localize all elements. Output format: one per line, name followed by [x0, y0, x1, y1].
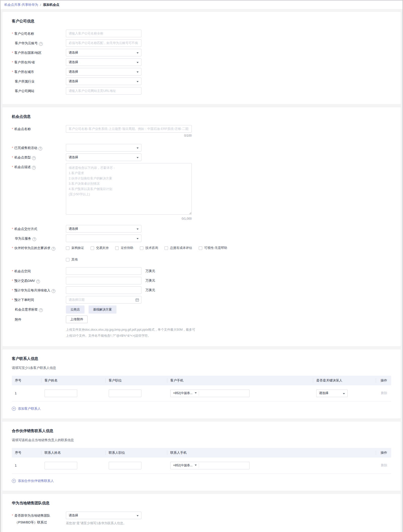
company-website-input[interactable]: [66, 87, 141, 95]
required-star: *: [12, 514, 13, 517]
help-icon[interactable]: [38, 147, 42, 150]
partner-contacts-title: 合作伙伴销售联系人信息: [12, 429, 391, 433]
company-state-select[interactable]: 请选择: [66, 58, 141, 66]
partner-contacts-card: 合作伙伴销售联系人信息 请填写该机会点当地销售负责人的联系信息 序号 联系人姓名…: [2, 421, 401, 491]
company-account-input[interactable]: [66, 39, 141, 47]
opportunity-type-select[interactable]: 请选择: [66, 154, 141, 161]
mrr-unit: 万美元: [145, 286, 155, 294]
customer-contacts-card: 客户联系人信息 请填写至少1条客户联系人信息 序号 客户姓名 客户职位 客户手机…: [2, 349, 401, 419]
partner-name-input[interactable]: [45, 462, 77, 469]
attachment-label: 附件: [15, 318, 21, 321]
checkbox-icon[interactable]: [91, 246, 94, 250]
checkbox-option[interactable]: 技术咨询: [140, 246, 158, 250]
delete-row-link[interactable]: 删除: [381, 464, 387, 467]
tag-cloud-store[interactable]: 云商店: [66, 306, 85, 314]
opportunity-desc-row: *机会点描述 0/1,000: [12, 163, 391, 220]
checkbox-icon[interactable]: [66, 258, 69, 261]
table-row: 1 +852(中国香... 请选择 删除: [12, 385, 391, 401]
add-partner-contact-link[interactable]: 添加合作伙伴销售联系人: [12, 479, 54, 483]
company-industry-label: 客户所属行业: [15, 80, 34, 83]
gmv-unit: 万美元: [145, 277, 155, 284]
order-date-input[interactable]: 请选择日期: [66, 296, 141, 303]
partner-title-input[interactable]: [109, 462, 141, 469]
checkbox-option[interactable]: 交易支持: [91, 246, 109, 250]
breadcrumb-parent-link[interactable]: 机会点共享-共享给华为: [4, 3, 38, 7]
hwc-service-select[interactable]: [66, 235, 141, 242]
required-star: *: [12, 156, 13, 159]
delivery-select[interactable]: 请选择: [66, 225, 141, 233]
customer-contacts-subtitle: 请填写至少1条客户联系人信息: [12, 366, 391, 370]
opportunity-name-label: 机会点名称: [14, 127, 31, 131]
huawei-contacted-hint: 若您选“是”请至少填写1条华为联系人信息。: [66, 521, 391, 525]
required-star: *: [12, 227, 13, 231]
checkbox-option[interactable]: 其他: [66, 257, 78, 262]
calendar-icon[interactable]: [135, 298, 139, 302]
company-section-title: 客户公司信息: [12, 19, 391, 24]
checkbox-option[interactable]: 总拥有成本评估: [165, 246, 192, 250]
appeal-label: 伙伴对华为云的主要诉求: [14, 246, 50, 250]
help-icon[interactable]: [36, 280, 40, 283]
upload-attachment-button[interactable]: 上传附件: [66, 316, 88, 323]
checkbox-option[interactable]: 架构验证: [66, 246, 84, 250]
space-input[interactable]: [66, 267, 141, 275]
huawei-contacted-row: *是否跟华为当地销售团队 （PSM/BD等）联系过 请选择 若您选“是”请至少填…: [12, 512, 391, 525]
opportunity-name-counter: 0/100: [66, 134, 192, 137]
tag-baseline-solution[interactable]: 基线解决方案: [89, 306, 116, 314]
opportunity-type-label: 机会点类型: [14, 156, 31, 159]
customer-name-input[interactable]: [45, 390, 77, 397]
mrr-input[interactable]: [66, 286, 141, 294]
help-icon[interactable]: [32, 166, 36, 170]
breadcrumb-separator: /: [40, 3, 41, 7]
company-country-row: *客户所在国家/地区 请选择: [12, 49, 391, 56]
decision-maker-select[interactable]: 请选择: [316, 390, 348, 397]
opportunity-type-row: *机会点类型 请选择: [12, 154, 391, 161]
required-star: *: [12, 246, 13, 250]
checkbox-icon[interactable]: [66, 246, 69, 250]
customer-title-input[interactable]: [109, 390, 141, 397]
company-city-select[interactable]: 请选择: [66, 68, 141, 75]
partner-phone-input[interactable]: [199, 462, 249, 469]
help-icon[interactable]: [39, 42, 43, 46]
help-icon[interactable]: [32, 237, 36, 241]
required-star: *: [12, 165, 13, 169]
mrr-label: 预计华为云每月持续收入: [14, 288, 50, 292]
help-icon[interactable]: [39, 308, 43, 312]
opportunity-desc-textarea[interactable]: [66, 163, 192, 215]
help-icon[interactable]: [52, 289, 55, 293]
checkbox-icon[interactable]: [199, 246, 202, 250]
company-info-card: 客户公司信息 *客户公司名称 客户华为云账号 *客户所在国家/地区 请选择 *客…: [2, 12, 401, 104]
checkbox-icon[interactable]: [115, 246, 119, 250]
phone-country-select[interactable]: +852(中国香...: [171, 463, 199, 468]
hwc-service-label: 华为云服务: [15, 237, 31, 240]
opportunity-desc-counter: 0/1,000: [66, 217, 192, 220]
checkbox-option[interactable]: 可视性-无需帮助: [199, 246, 227, 250]
page: 机会点共享-共享给华为 / 添加机会点 客户公司信息 *客户公司名称 客户华为云…: [0, 0, 403, 532]
checkbox-icon[interactable]: [165, 246, 168, 250]
opportunity-name-input[interactable]: [66, 125, 192, 133]
partner-contacts-table: 序号 联系人姓名 联系人职位 联系人手机 操作 1 +852(中国香... 删除: [12, 448, 391, 474]
add-customer-contact-link[interactable]: 添加客户联系人: [12, 406, 41, 411]
checkbox-option[interactable]: 定价协助: [115, 246, 133, 250]
huawei-contacted-select[interactable]: 请选择: [66, 512, 141, 519]
row-index: 1: [12, 392, 42, 395]
company-state-row: *客户所在州/省 请选择: [12, 58, 391, 66]
delivery-row: *机会点交付方式 请选择: [12, 225, 391, 233]
gmv-input[interactable]: [66, 277, 141, 284]
attachment-hint-line1: 上传文件支持doc,docx,xlsx,zip,jpg,bmp,png,gif,…: [66, 327, 257, 333]
company-industry-select[interactable]: 请选择: [66, 78, 141, 85]
required-star: *: [12, 127, 13, 131]
delivery-label: 机会点交付方式: [14, 227, 37, 231]
delete-row-link[interactable]: 删除: [381, 391, 387, 395]
company-country-select[interactable]: 请选择: [66, 49, 141, 56]
appeal-options-row2: 其他: [66, 256, 391, 262]
company-website-row: 客户公司网站: [12, 87, 391, 95]
company-name-input[interactable]: [66, 30, 141, 37]
table-header: 序号 联系人姓名 联系人职位 联系人手机 操作: [12, 448, 391, 458]
phone-country-select[interactable]: +852(中国香...: [171, 391, 199, 395]
help-icon[interactable]: [52, 247, 55, 251]
help-icon[interactable]: [32, 156, 36, 160]
checkbox-icon[interactable]: [140, 246, 143, 250]
presales-select[interactable]: [66, 144, 141, 151]
customer-phone-input[interactable]: [199, 390, 249, 397]
company-state-label: 客户所在州/省: [14, 60, 35, 64]
